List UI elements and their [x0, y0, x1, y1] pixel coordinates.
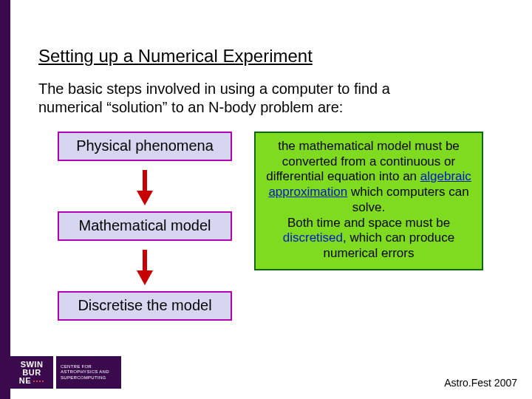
logo-star-icon — [33, 380, 44, 383]
svg-rect-0 — [143, 170, 147, 192]
flow-box-mathematical: Mathematical model — [58, 211, 232, 241]
logo-dept: Centre for Astrophysics and Supercomputi… — [56, 356, 121, 389]
logo-line: NE — [19, 377, 31, 385]
info-text: , which can produce numerical errors — [324, 231, 455, 260]
logo-mark: SWIN BUR NE — [10, 356, 53, 389]
svg-marker-3 — [137, 270, 153, 285]
info-text: which computers can solve. — [347, 185, 468, 214]
logo-line: SWIN — [21, 361, 44, 369]
logo: SWIN BUR NE Centre for Astrophysics and … — [10, 356, 121, 389]
info-emph-discretised: discretised — [283, 231, 343, 245]
svg-rect-2 — [143, 250, 147, 272]
slide: Setting up a Numerical Experiment The ba… — [0, 0, 532, 399]
intro-text: The basic steps involved in using a comp… — [38, 80, 437, 117]
footer-text: Astro.Fest 2007 — [444, 377, 517, 389]
flow-box-discretise: Discretise the model — [58, 291, 232, 321]
logo-line: BUR — [22, 369, 41, 377]
info-text: Both time and space must be — [287, 216, 450, 230]
svg-marker-1 — [137, 191, 153, 205]
brand-stripe — [0, 0, 10, 399]
arrow-down-icon — [137, 170, 153, 205]
slide-title: Setting up a Numerical Experiment — [38, 46, 313, 66]
flow-column: Physical phenomena Mathematical model Di… — [58, 132, 232, 321]
flow-box-physical: Physical phenomena — [58, 132, 232, 161]
info-box: the mathematical model must be converted… — [254, 132, 483, 270]
arrow-down-icon — [137, 250, 153, 285]
